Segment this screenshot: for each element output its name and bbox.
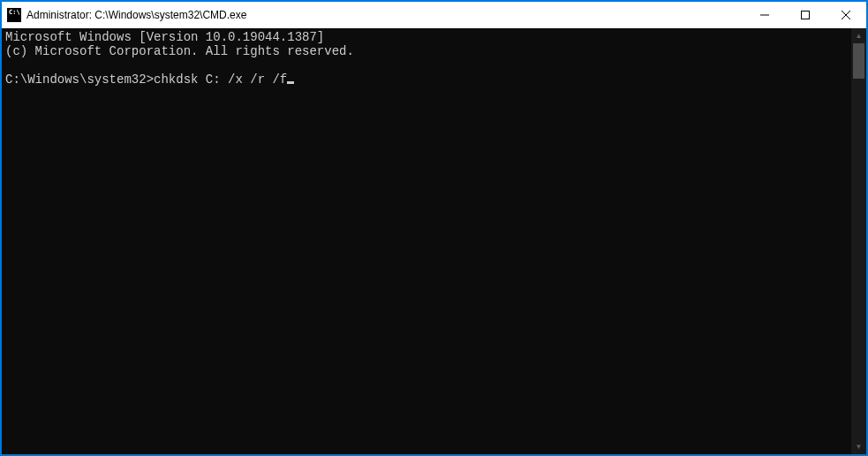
- output-line: Microsoft Windows [Version 10.0.19044.13…: [5, 30, 324, 44]
- close-icon: [842, 11, 850, 19]
- cmd-window: C:\ Administrator: C:\Windows\system32\C…: [1, 1, 867, 455]
- scroll-track[interactable]: [851, 43, 866, 439]
- titlebar[interactable]: C:\ Administrator: C:\Windows\system32\C…: [2, 2, 866, 28]
- app-icon-label: C:\: [9, 10, 20, 16]
- app-icon: C:\: [7, 8, 21, 22]
- scroll-down-arrow-icon[interactable]: ▼: [851, 439, 866, 454]
- prompt: C:\Windows\system32>: [5, 72, 154, 87]
- scroll-up-arrow-icon[interactable]: ▲: [851, 28, 866, 43]
- window-title: Administrator: C:\Windows\system32\CMD.e…: [26, 9, 246, 21]
- output-line: (c) Microsoft Corporation. All rights re…: [5, 44, 354, 58]
- minimize-icon: [760, 11, 769, 19]
- close-button[interactable]: [826, 2, 866, 28]
- minimize-button[interactable]: [744, 2, 785, 28]
- svg-rect-1: [802, 11, 810, 19]
- scroll-thumb[interactable]: [853, 43, 864, 79]
- cursor: [287, 81, 294, 84]
- maximize-icon: [801, 11, 810, 19]
- maximize-button[interactable]: [785, 2, 826, 28]
- terminal[interactable]: Microsoft Windows [Version 10.0.19044.13…: [2, 28, 851, 454]
- terminal-container: Microsoft Windows [Version 10.0.19044.13…: [2, 28, 866, 454]
- command-input: chkdsk C: /x /r /f: [154, 72, 287, 87]
- scrollbar[interactable]: ▲ ▼: [851, 28, 866, 454]
- window-controls: [744, 2, 866, 28]
